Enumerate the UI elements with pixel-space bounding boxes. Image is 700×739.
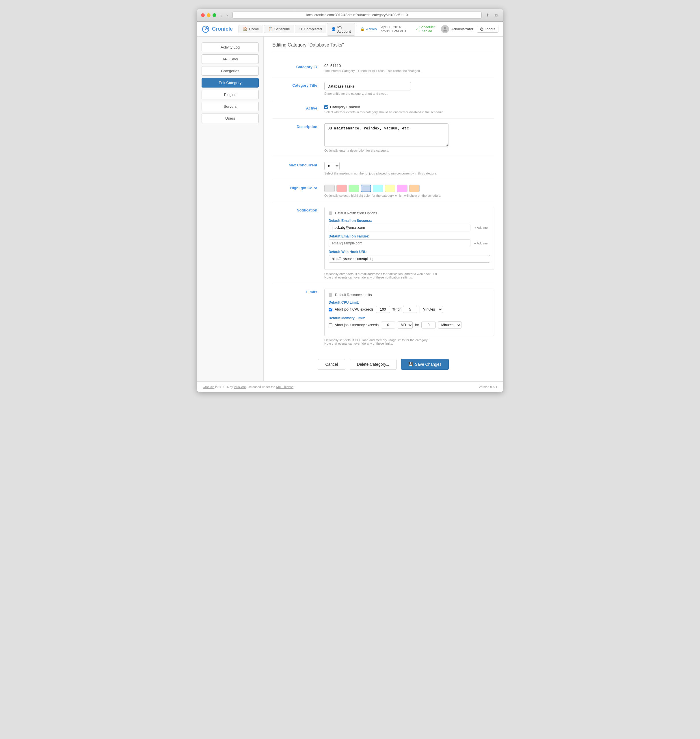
sidebar: Activity Log API Keys Categories Edit Ca… [197,37,263,381]
failure-email-row: « Add me [329,240,490,247]
memory-checkbox[interactable] [329,323,332,327]
memory-time-unit-select[interactable]: SecondsMinutesHours [438,321,462,329]
memory-value-input[interactable] [381,322,396,328]
notification-section-title: − Default Notification Options [329,211,490,215]
cancel-button[interactable]: Cancel [318,359,345,370]
maximize-dot[interactable] [213,13,216,17]
sidebar-item-activity-log[interactable]: Activity Log [201,43,259,52]
nav-tabs: 🏠 Home 📋 Schedule ↺ Completed 👤 My Accou… [238,23,381,35]
sidebar-item-categories[interactable]: Categories [201,66,259,76]
field-active: Active: Category Enabled Select whether … [272,100,494,119]
app-footer: Cronicle is © 2016 by PixiCore. Released… [197,381,503,392]
new-tab-button[interactable]: ⧉ [493,12,499,18]
highlight-color-hint: Optionally select a highlight color for … [324,194,494,197]
swatch-blue[interactable] [361,185,371,192]
user-area: Administrator [441,25,474,33]
forward-button[interactable]: › [225,12,229,18]
memory-text1: Abort job if memory exceeds [335,323,379,327]
failure-add-me-button[interactable]: « Add me [472,240,490,246]
success-add-me-button[interactable]: « Add me [472,225,490,231]
sidebar-item-edit-category[interactable]: Edit Category [201,78,259,88]
my-account-icon: 👤 [331,27,336,31]
cpu-percent-text: % for [393,308,400,311]
active-label: Active: [272,105,324,110]
max-concurrent-select[interactable]: 1234 5678 910 [324,162,340,170]
category-title-hint: Enter a title for the category, short an… [324,92,494,95]
memory-for-text: for [415,323,419,327]
webhook-row [329,255,490,263]
scheduler-badge: ✓ Scheduler Enabled [415,25,437,33]
home-icon: 🏠 [243,27,247,31]
category-title-label: Category Title: [272,82,324,88]
limits-hint2: Note that events can override any of the… [324,342,494,345]
field-limits: Limits: − Default Resource Limits Defaul… [272,284,494,350]
swatch-lavender[interactable] [397,185,407,192]
description-hint: Optionally enter a description for the c… [324,149,494,152]
sidebar-item-api-keys[interactable]: API Keys [201,54,259,64]
failure-email-label: Default Email on Failure: [329,234,490,238]
admin-icon: 🔒 [360,27,365,31]
field-highlight-color: Highlight Color: Optionally sel [272,180,494,202]
swatch-white[interactable] [324,185,335,192]
tab-my-account[interactable]: 👤 My Account [327,23,355,35]
notification-hint2: Note that events can override any of the… [324,275,494,279]
app-name: Cronicle [212,26,233,32]
close-dot[interactable] [201,13,205,17]
logout-button[interactable]: ⏻ Logout [477,26,499,32]
active-hint: Select whether events in this category s… [324,110,494,114]
notification-content: − Default Notification Options Default E… [324,207,494,279]
cpu-unit-select[interactable]: SecondsMinutesHours [420,306,443,313]
tab-completed[interactable]: ↺ Completed [295,25,326,33]
cronicle-link[interactable]: Cronicle [203,385,214,389]
description-label: Description: [272,124,324,129]
memory-limit-row: Abort job if memory exceeds KBMBGB for S… [329,321,490,329]
sidebar-item-plugins[interactable]: Plugins [201,90,259,99]
swatch-green[interactable] [349,185,359,192]
swatch-yellow[interactable] [385,185,396,192]
check-icon: ✓ [415,27,418,31]
completed-icon: ↺ [299,27,302,31]
description-textarea[interactable] [324,124,449,146]
category-id-hint: The internal Category ID used for API ca… [324,69,494,72]
category-title-input[interactable] [324,82,411,90]
address-bar[interactable]: local.cronicle.com:3012/#Admin?sub=edit_… [232,12,482,19]
sidebar-item-users[interactable]: Users [201,113,259,123]
sidebar-item-servers[interactable]: Servers [201,102,259,111]
power-icon: ⏻ [480,27,484,31]
notification-box: − Default Notification Options Default E… [324,207,494,270]
swatch-cyan[interactable] [373,185,383,192]
swatch-orange[interactable] [409,185,420,192]
success-email-input[interactable] [329,224,471,231]
tab-admin[interactable]: 🔒 Admin [356,25,381,33]
back-button[interactable]: ‹ [219,12,224,18]
success-email-row: « Add me [329,224,490,231]
save-icon: 💾 [408,362,413,367]
limits-content: − Default Resource Limits Default CPU Li… [324,289,494,345]
save-button[interactable]: 💾 Save Changes [401,359,449,370]
notification-label: Notification: [272,207,324,212]
active-checkbox[interactable] [324,105,328,109]
failure-email-input[interactable] [329,240,471,247]
swatch-pink[interactable] [337,185,347,192]
description-content: Optionally enter a description for the c… [324,124,494,152]
memory-limit-label: Default Memory Limit: [329,316,490,320]
cpu-limit-row: Abort job if CPU exceeds % for SecondsMi… [329,306,490,313]
tab-home[interactable]: 🏠 Home [238,25,263,33]
memory-duration-input[interactable] [421,322,436,328]
pixicore-link[interactable]: PixiCore [234,385,246,389]
collapse-notification-icon[interactable]: − [329,212,332,215]
category-id-label: Category ID: [272,63,324,69]
memory-unit-select[interactable]: KBMBGB [398,321,413,329]
cpu-limit-label: Default CPU Limit: [329,300,490,305]
mit-link[interactable]: MIT License [276,385,294,389]
tab-schedule[interactable]: 📋 Schedule [264,25,294,33]
collapse-limits-icon[interactable]: − [329,293,332,297]
delete-button[interactable]: Delete Category... [350,359,397,370]
minimize-dot[interactable] [207,13,210,17]
webhook-input[interactable] [329,255,490,263]
share-button[interactable]: ⬆ [485,12,491,18]
cpu-value-input[interactable] [376,306,390,313]
cpu-checkbox[interactable] [329,308,332,311]
cpu-duration-input[interactable] [403,306,417,313]
limits-hint1: Optionally set default CPU load and memo… [324,338,494,342]
